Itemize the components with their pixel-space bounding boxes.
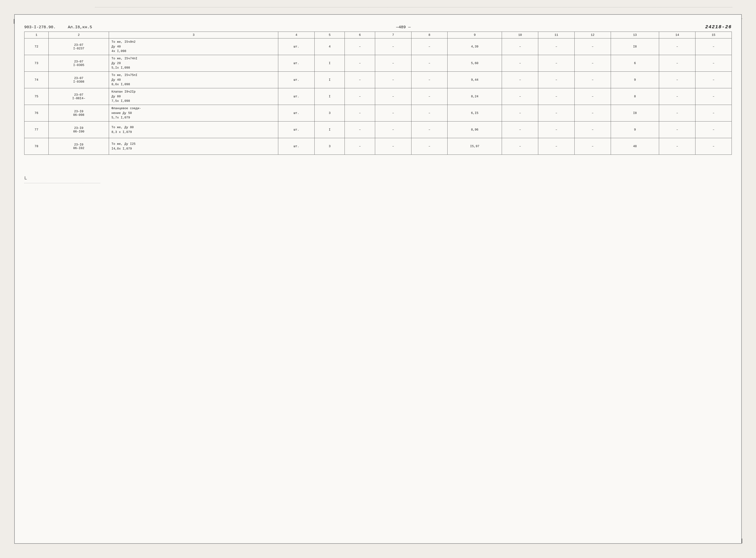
row-4-col-4: шт.: [278, 105, 314, 122]
row-0-col-12: –: [574, 39, 611, 55]
row-0-col-13: I8: [611, 39, 659, 55]
col-header-5: 5: [314, 32, 345, 39]
row-1-col-8: –: [411, 55, 448, 72]
doc-right: 24218-26: [705, 24, 732, 30]
row-3-col-2: 23–07 I-08I4–: [48, 88, 109, 105]
row-5-col-9: 8,96: [448, 122, 502, 138]
row-6-col-9: I5,97: [448, 138, 502, 155]
row-5-col-11: –: [538, 122, 575, 138]
row-2-col-15: –: [696, 72, 732, 88]
top-dashed-line: [95, 7, 732, 7]
row-0-col-9: 4,39: [448, 39, 502, 55]
row-6-col-6: –: [345, 138, 375, 155]
row-1-col-7: –: [375, 55, 411, 72]
table-row: 7323–07 I-0305То же, I5ч74пI Ду 20 5,Iх …: [24, 55, 732, 72]
row-4-col-10: –: [502, 105, 538, 122]
col-header-7: 7: [375, 32, 411, 39]
row-0-col-10: –: [502, 39, 538, 55]
row-2-col-3: То же, I5ч75пI Ду 40 8,6х I,098: [109, 72, 278, 88]
row-2-col-6: –: [345, 72, 375, 88]
row-1-col-10: –: [502, 55, 538, 72]
row-5-col-5: I: [314, 122, 345, 138]
row-2-col-1: 74: [24, 72, 49, 88]
table-row: 7723–I0 06–I00То же, Ду 80 8,3 х I,079шт…: [24, 122, 732, 138]
row-0-col-2: 23–07 I-0237: [48, 39, 109, 55]
col-header-2: 2: [48, 32, 109, 39]
row-2-col-13: 9: [611, 72, 659, 88]
col-header-15: 15: [696, 32, 732, 39]
row-2-col-11: –: [538, 72, 575, 88]
row-4-col-7: –: [375, 105, 411, 122]
row-3-col-7: –: [375, 88, 411, 105]
table-row: 7423–07 I-0308То же, I5ч75пI Ду 40 8,6х …: [24, 72, 732, 88]
row-3-col-14: –: [659, 88, 696, 105]
col-header-8: 8: [411, 32, 448, 39]
col-header-4: 4: [278, 32, 314, 39]
row-5-col-8: –: [411, 122, 448, 138]
row-1-col-9: 5,60: [448, 55, 502, 72]
col-header-13: 13: [611, 32, 659, 39]
row-4-col-12: –: [574, 105, 611, 122]
row-0-col-15: –: [696, 39, 732, 55]
row-2-col-14: –: [659, 72, 696, 88]
page: 903-I-278.90. Ал.I8,кн.5 —489 — 24218-26…: [14, 14, 742, 544]
row-4-col-5: 3: [314, 105, 345, 122]
row-2-col-10: –: [502, 72, 538, 88]
row-0-col-6: –: [345, 39, 375, 55]
main-table: 1 2 3 4 5 6 7 8 9 10 11 12 13 14 15 7223…: [24, 31, 732, 155]
row-6-col-4: шт.: [278, 138, 314, 155]
col-header-3: 3: [109, 32, 278, 39]
row-1-col-3: То же, I5ч74пI Ду 20 5,Iх I,098: [109, 55, 278, 72]
row-3-col-6: –: [345, 88, 375, 105]
row-6-col-1: 78: [24, 138, 49, 155]
row-3-col-15: –: [696, 88, 732, 105]
page-num: —489 —: [102, 25, 705, 29]
row-0-col-14: –: [659, 39, 696, 55]
col-header-6: 6: [345, 32, 375, 39]
row-3-col-12: –: [574, 88, 611, 105]
row-5-col-3: То же, Ду 80 8,3 х I,079: [109, 122, 278, 138]
row-6-col-11: –: [538, 138, 575, 155]
row-3-col-3: Клапан I9ч2Iр Ду 80 7,5х I,098: [109, 88, 278, 105]
row-5-col-2: 23–I0 06–I00: [48, 122, 109, 138]
doc-number-text: 903-I-278.90.: [24, 25, 56, 29]
header-row: 903-I-278.90. Ал.I8,кн.5 —489 — 24218-26: [24, 24, 732, 30]
row-0-col-5: 4: [314, 39, 345, 55]
row-3-col-1: 75: [24, 88, 49, 105]
row-0-col-1: 72: [24, 39, 49, 55]
footer-bracket: L: [24, 175, 27, 181]
row-4-col-13: I8: [611, 105, 659, 122]
row-2-col-5: I: [314, 72, 345, 88]
row-6-col-3: То же, Ду I25 I4,8х I,079: [109, 138, 278, 155]
table-row: 7823–I0 06–I02То же, Ду I25 I4,8х I,079ш…: [24, 138, 732, 155]
row-5-col-6: –: [345, 122, 375, 138]
row-0-col-11: –: [538, 39, 575, 55]
row-4-col-3: Фланцевое соеди- нение Ду 50 5,7х I,079: [109, 105, 278, 122]
row-3-col-4: шт.: [278, 88, 314, 105]
row-2-col-2: 23–07 I-0308: [48, 72, 109, 88]
row-5-col-10: –: [502, 122, 538, 138]
col-header-11: 11: [538, 32, 575, 39]
row-1-col-5: I: [314, 55, 345, 72]
row-0-col-7: –: [375, 39, 411, 55]
row-6-col-7: –: [375, 138, 411, 155]
row-1-col-1: 73: [24, 55, 49, 72]
row-4-col-1: 76: [24, 105, 49, 122]
row-2-col-7: –: [375, 72, 411, 88]
footer-area: L: [24, 164, 732, 183]
row-6-col-12: –: [574, 138, 611, 155]
row-5-col-1: 77: [24, 122, 49, 138]
row-5-col-4: шт.: [278, 122, 314, 138]
table-row: 7523–07 I-08I4–Клапан I9ч2Iр Ду 80 7,5х …: [24, 88, 732, 105]
row-5-col-12: –: [574, 122, 611, 138]
row-3-col-10: –: [502, 88, 538, 105]
col-header-1: 1: [24, 32, 49, 39]
col-header-10: 10: [502, 32, 538, 39]
row-4-col-2: 23–I0 06–098: [48, 105, 109, 122]
table-row: 7223–07 I-0237То же, I5ч9п2 Ду 40 4х I,0…: [24, 39, 732, 55]
row-0-col-8: –: [411, 39, 448, 55]
row-2-col-8: –: [411, 72, 448, 88]
table-row: 7623–I0 06–098Фланцевое соеди- нение Ду …: [24, 105, 732, 122]
col-header-12: 12: [574, 32, 611, 39]
doc-sub-text: Ал.I8,кн.5: [68, 25, 92, 29]
